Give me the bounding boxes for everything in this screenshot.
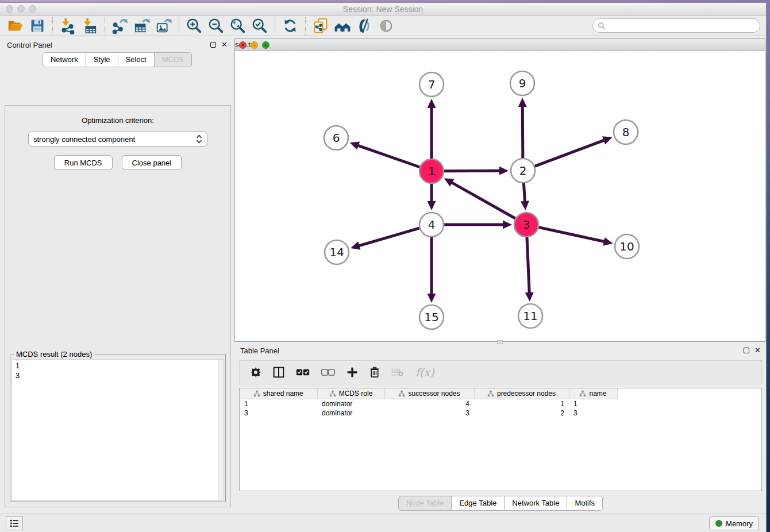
zoom-selected-icon[interactable]: [249, 17, 271, 35]
column-header-predecessor-nodes[interactable]: predecessor nodes: [474, 388, 569, 399]
memory-status-icon: [715, 520, 722, 527]
memory-button[interactable]: Memory: [709, 516, 759, 530]
apply-function-icon: f(x): [415, 366, 434, 379]
tab-edge-table[interactable]: Edge Table: [452, 496, 505, 511]
tab-select[interactable]: Select: [118, 52, 155, 67]
graph-node-6[interactable]: 6: [324, 126, 348, 150]
network-maximize-button[interactable]: +: [262, 41, 270, 49]
result-scrollbar[interactable]: [218, 360, 224, 500]
table-row[interactable]: 3dominator323: [240, 408, 617, 418]
zoom-out-icon[interactable]: [205, 17, 227, 35]
export-network-icon[interactable]: [109, 17, 131, 35]
network-canvas[interactable]: 7968124314101511: [235, 51, 765, 341]
show-columns-icon[interactable]: [273, 367, 284, 378]
main-titlebar: Session: New Session: [0, 3, 766, 16]
zoom-fit-icon[interactable]: [227, 17, 249, 35]
graph-node-7[interactable]: 7: [419, 72, 444, 97]
mcds-result-text: 1 3: [12, 360, 224, 381]
tab-style[interactable]: Style: [86, 52, 118, 67]
graph-node-15[interactable]: 15: [419, 305, 444, 329]
graph-edge-4-3[interactable]: [444, 221, 512, 229]
criterion-selected-value: strongly connected component: [33, 135, 196, 144]
column-header-MCDS-role[interactable]: MCDS role: [317, 388, 384, 399]
graph-node-11[interactable]: 11: [518, 304, 542, 328]
criterion-select[interactable]: strongly connected component: [28, 132, 207, 147]
column-header-successor-nodes[interactable]: successor nodes: [384, 388, 474, 399]
maximize-window-button[interactable]: [29, 5, 36, 13]
select-all-columns-icon[interactable]: [296, 368, 310, 376]
task-history-button[interactable]: [6, 516, 23, 530]
hide-selected-icon[interactable]: [353, 17, 375, 35]
column-header-name[interactable]: name: [569, 388, 617, 399]
mcds-result-box[interactable]: 1 3: [11, 359, 224, 500]
open-session-icon[interactable]: [5, 17, 26, 35]
close-panel-button[interactable]: ✕: [221, 42, 228, 48]
refresh-layout-icon[interactable]: [279, 17, 301, 35]
graph-edge-3-11[interactable]: [525, 237, 534, 302]
graph-edge-2-8[interactable]: [535, 136, 613, 166]
graph-node-3[interactable]: 3: [514, 213, 538, 237]
graph-edge-1-4[interactable]: [428, 184, 436, 210]
graph-edge-1-7[interactable]: [428, 99, 436, 159]
svg-text:1: 1: [428, 164, 436, 178]
toolbar-separator: [179, 17, 179, 34]
graph-edge-2-9[interactable]: [518, 98, 527, 158]
svg-text:10: 10: [619, 240, 634, 253]
column-header-shared-name[interactable]: shared name: [240, 388, 317, 399]
close-table-panel-button[interactable]: ✕: [754, 348, 761, 353]
graph-edge-3-10[interactable]: [538, 228, 613, 246]
graph-edge-4-14[interactable]: [351, 228, 419, 250]
search-icon: [598, 22, 606, 30]
table-panel-title: Table Panel: [240, 346, 744, 355]
first-neighbors-icon[interactable]: [332, 17, 353, 35]
import-table-icon[interactable]: [79, 17, 101, 35]
combo-arrows-icon: [196, 134, 202, 144]
graph-node-2[interactable]: 2: [511, 159, 535, 183]
run-mcds-button[interactable]: Run MCDS: [54, 155, 113, 170]
list-icon: [10, 519, 19, 527]
graph-node-14[interactable]: 14: [325, 240, 349, 264]
graph-edge-3-1[interactable]: [444, 178, 515, 218]
clone-network-icon[interactable]: [310, 17, 332, 35]
svg-text:15: 15: [424, 310, 438, 324]
export-table-icon[interactable]: [131, 17, 153, 35]
show-graphics-details-icon[interactable]: [375, 17, 397, 35]
table-row[interactable]: 1dominator411: [240, 399, 617, 409]
close-window-button[interactable]: [6, 5, 13, 13]
graph-node-4[interactable]: 4: [419, 213, 444, 237]
graph-edge-1-6[interactable]: [350, 141, 420, 167]
minimize-window-button[interactable]: [17, 5, 25, 13]
float-panel-button[interactable]: [210, 42, 216, 48]
network-close-button[interactable]: ×: [239, 41, 247, 49]
zoom-in-icon[interactable]: [183, 17, 205, 35]
import-network-icon[interactable]: [57, 17, 79, 35]
delete-column-icon[interactable]: [369, 367, 380, 378]
close-panel-button-mcds[interactable]: Close panel: [122, 155, 182, 170]
graph-edge-1-2[interactable]: [444, 167, 509, 175]
tab-motifs[interactable]: Motifs: [567, 496, 603, 511]
tab-network[interactable]: Network: [43, 52, 86, 67]
network-view-window: × − + scc.txt 7968124314101511: [234, 38, 765, 342]
tab-node-table[interactable]: Node Table: [398, 496, 452, 511]
add-column-icon[interactable]: [346, 367, 358, 378]
save-session-icon[interactable]: [26, 17, 48, 35]
graph-node-1[interactable]: 1: [419, 159, 444, 183]
float-table-panel-button[interactable]: [744, 348, 749, 353]
export-image-icon[interactable]: [153, 17, 175, 35]
graph-node-9[interactable]: 9: [510, 71, 534, 95]
graph-node-8[interactable]: 8: [614, 120, 638, 144]
graph-node-10[interactable]: 10: [615, 234, 639, 259]
table-cell: 2: [474, 408, 569, 418]
table-panel-tabs: Node TableEdge TableNetwork TableMotifs: [234, 496, 767, 511]
svg-text:7: 7: [428, 78, 436, 91]
network-minimize-button[interactable]: −: [251, 41, 258, 49]
unselect-all-columns-icon[interactable]: [321, 368, 335, 376]
network-window-titlebar[interactable]: × − + scc.txt: [235, 39, 765, 51]
graph-edge-2-3[interactable]: [521, 183, 529, 210]
tab-mcds[interactable]: MCDS: [155, 52, 192, 67]
graph-edge-4-15[interactable]: [428, 237, 436, 303]
tab-network-table[interactable]: Network Table: [505, 496, 567, 511]
table-cell: 3: [569, 408, 617, 418]
search-input[interactable]: [606, 20, 760, 32]
table-settings-icon[interactable]: [250, 367, 261, 378]
